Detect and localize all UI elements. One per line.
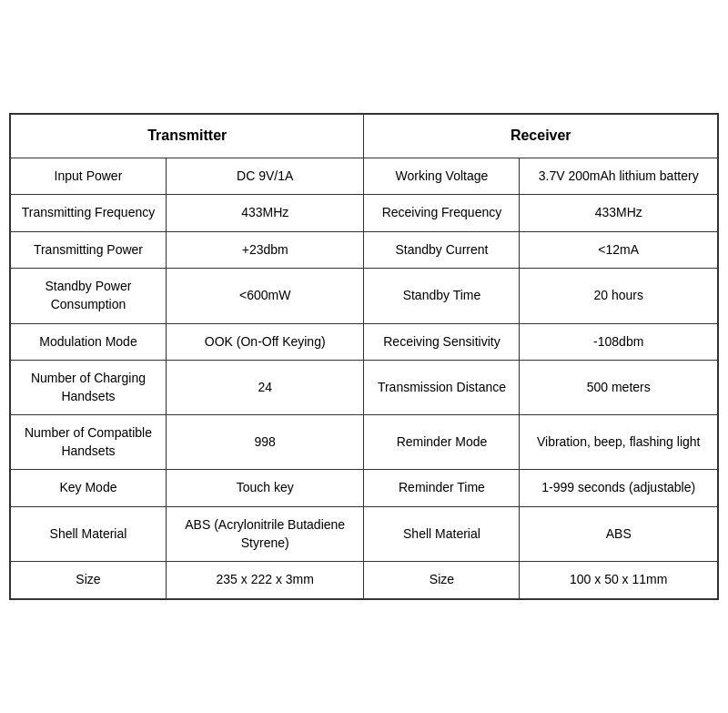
table-row: Number of Charging Handsets24Transmissio… xyxy=(11,361,718,415)
transmitter-label: Shell Material xyxy=(11,507,167,562)
receiver-label: Standby Time xyxy=(364,269,520,323)
receiver-label: Standby Current xyxy=(364,231,520,269)
receiver-value: 500 meters xyxy=(520,361,718,415)
receiver-value: -108dbm xyxy=(520,323,718,361)
transmitter-value: DC 9V/1A xyxy=(166,158,364,195)
receiver-value: 1-999 seconds (adjustable) xyxy=(520,470,718,507)
receiver-value: 20 hours xyxy=(520,269,718,323)
transmitter-value: OOK (On-Off Keying) xyxy=(166,323,364,361)
transmitter-label: Key Mode xyxy=(11,470,167,507)
table-row: Key ModeTouch keyReminder Time1-999 seco… xyxy=(11,470,718,507)
transmitter-label: Input Power xyxy=(11,158,167,195)
transmitter-value: <600mW xyxy=(166,269,364,323)
receiver-value: 100 x 50 x 11mm xyxy=(520,562,718,599)
table-row: Transmitting Frequency433MHzReceiving Fr… xyxy=(11,195,718,232)
receiver-value: ABS xyxy=(520,507,718,562)
transmitter-label: Transmitting Frequency xyxy=(11,195,167,232)
transmitter-label: Number of Charging Handsets xyxy=(11,361,167,415)
receiver-label: Receiving Frequency xyxy=(364,195,520,232)
receiver-label: Transmission Distance xyxy=(364,361,520,415)
transmitter-value: Touch key xyxy=(166,470,364,507)
spec-table: Transmitter Receiver Input PowerDC 9V/1A… xyxy=(9,113,719,600)
table-row: Shell MaterialABS (Acrylonitrile Butadie… xyxy=(11,507,718,562)
table-row: Standby Power Consumption<600mWStandby T… xyxy=(11,269,718,323)
transmitter-label: Standby Power Consumption xyxy=(11,269,167,323)
receiver-label: Working Voltage xyxy=(364,158,520,195)
receiver-label: Reminder Mode xyxy=(364,415,520,470)
table-row: Size235 x 222 x 3mmSize100 x 50 x 11mm xyxy=(11,562,718,599)
transmitter-label: Size xyxy=(11,562,167,599)
transmitter-label: Transmitting Power xyxy=(11,231,167,269)
receiver-header: Receiver xyxy=(364,115,718,158)
transmitter-value: 998 xyxy=(166,415,364,470)
table-row: Input PowerDC 9V/1AWorking Voltage3.7V 2… xyxy=(11,158,718,195)
receiver-label: Size xyxy=(364,562,520,599)
transmitter-value: 433MHz xyxy=(166,195,364,232)
receiver-value: 3.7V 200mAh lithium battery xyxy=(520,158,718,195)
transmitter-value: 235 x 222 x 3mm xyxy=(166,562,364,599)
receiver-value: Vibration, beep, flashing light xyxy=(520,415,718,470)
receiver-value: 433MHz xyxy=(520,195,718,232)
table-row: Number of Compatible Handsets998Reminder… xyxy=(11,415,718,470)
transmitter-value: ABS (Acrylonitrile Butadiene Styrene) xyxy=(166,507,364,562)
receiver-label: Reminder Time xyxy=(364,470,520,507)
transmitter-value: +23dbm xyxy=(166,231,364,269)
transmitter-label: Modulation Mode xyxy=(11,323,167,361)
transmitter-label: Number of Compatible Handsets xyxy=(11,415,167,470)
table-row: Modulation ModeOOK (On-Off Keying)Receiv… xyxy=(11,323,718,361)
transmitter-header: Transmitter xyxy=(11,115,364,158)
transmitter-value: 24 xyxy=(166,361,364,415)
receiver-label: Receiving Sensitivity xyxy=(364,323,520,361)
receiver-value: <12mA xyxy=(520,231,718,269)
receiver-label: Shell Material xyxy=(364,507,520,562)
table-row: Transmitting Power+23dbmStandby Current<… xyxy=(11,231,718,269)
